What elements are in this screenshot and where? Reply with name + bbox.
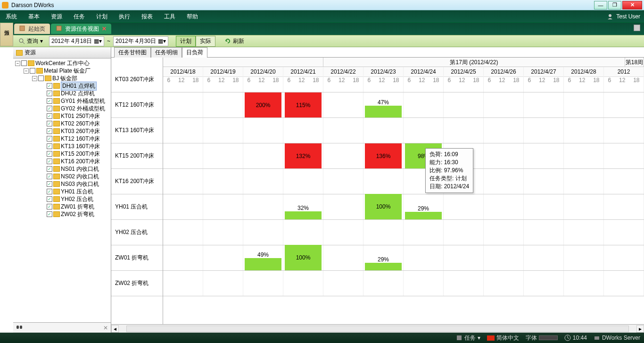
tab-close-icon[interactable]: ✕	[102, 25, 107, 32]
expander-icon[interactable]: −	[32, 76, 37, 81]
calendar-cell[interactable]	[163, 92, 203, 117]
calendar-cell[interactable]	[323, 92, 363, 117]
calendar-cell[interactable]	[163, 143, 203, 168]
view-tab-日负荷[interactable]: 日负荷	[182, 47, 207, 58]
load-bar[interactable]: 100%	[365, 194, 402, 219]
calendar-cell[interactable]	[604, 92, 644, 117]
calendar-cell[interactable]	[484, 220, 524, 245]
tree-node[interactable]: ✓KT02 260T冲床	[14, 120, 110, 127]
calendar-cell[interactable]	[524, 245, 564, 270]
tree-node[interactable]: ✓KT13 160T冲床	[14, 142, 110, 150]
calendar-cell[interactable]	[484, 118, 524, 143]
calendar-cell[interactable]	[444, 220, 484, 245]
load-bar[interactable]: 200%	[245, 92, 281, 117]
view-tab-任务甘特图[interactable]: 任务甘特图	[114, 47, 151, 58]
calendar-cell[interactable]	[404, 245, 444, 270]
load-bar[interactable]: 47%	[365, 106, 402, 117]
resource-row-header[interactable]: KT03 260T冲床	[111, 67, 163, 92]
calendar-cell[interactable]	[163, 271, 203, 296]
menu-帮助[interactable]: 帮助	[181, 10, 204, 23]
load-bar[interactable]: 29%	[405, 212, 442, 219]
tree-node[interactable]: ✓KT15 200T冲床	[14, 150, 110, 158]
calendar-cell[interactable]	[203, 220, 243, 245]
user-indicator[interactable]: Test User	[607, 13, 640, 20]
calendar-cell[interactable]	[484, 194, 524, 219]
checkbox[interactable]: ✓	[47, 143, 52, 149]
tree-node[interactable]: ✓DH01 点焊机	[14, 82, 110, 90]
scroll-left-arrow[interactable]: ◂	[111, 325, 119, 333]
tree-node[interactable]: ✓YH02 压合机	[14, 195, 110, 203]
calendar-cell[interactable]	[323, 118, 363, 143]
calendar-cell[interactable]	[323, 220, 363, 245]
tree-node[interactable]: ✓YH01 压合机	[14, 188, 110, 195]
calendar-cell[interactable]	[363, 271, 404, 296]
checkbox[interactable]: ✓	[47, 128, 52, 134]
calendar-cell[interactable]	[163, 220, 203, 245]
resource-row-header[interactable]: YH02 压合机	[111, 220, 163, 245]
load-bar[interactable]: 136%	[365, 143, 402, 168]
calendar-cell[interactable]	[564, 92, 604, 117]
calendar-cell[interactable]	[484, 67, 524, 92]
calendar-cell[interactable]: 100%	[283, 245, 323, 270]
tree-node[interactable]: ✓NS01 内收口机	[14, 165, 110, 173]
menu-计划[interactable]: 计划	[91, 10, 113, 23]
tree-node[interactable]: −Metal Plate 钣金厂	[14, 67, 110, 75]
checkbox[interactable]	[30, 68, 35, 74]
calendar-cell[interactable]	[203, 92, 243, 117]
tab-起始页[interactable]: 起始页	[14, 24, 50, 34]
calendar-cell[interactable]	[163, 169, 203, 194]
date-from-input[interactable]: 2012年 4月18日 ▦▾	[49, 36, 104, 46]
resource-row-header[interactable]: KT16 200T冲床	[111, 169, 163, 194]
tree-body[interactable]: −WorkCenter 工作中心−Metal Plate 钣金厂−BJ 钣金部✓…	[13, 59, 111, 322]
calendar-cell[interactable]: 32%	[283, 194, 323, 219]
calendar-cell[interactable]	[363, 67, 404, 92]
calendar-cell[interactable]	[564, 220, 604, 245]
calendar-cell[interactable]	[203, 143, 243, 168]
menu-系统[interactable]: 系统	[0, 10, 23, 23]
checkbox[interactable]: ✓	[47, 113, 52, 119]
status-tasks[interactable]: 任务 ▾	[456, 334, 480, 342]
checkbox[interactable]: ✓	[47, 121, 52, 126]
search-button[interactable]: 查询 ▾	[15, 36, 46, 47]
checkbox[interactable]	[38, 75, 44, 81]
calendar-cell[interactable]	[404, 220, 444, 245]
refresh-button[interactable]: 刷新	[221, 36, 248, 47]
calendar-cell[interactable]	[444, 92, 484, 117]
calendar-cell[interactable]: 49%	[243, 245, 283, 270]
calendar-cell[interactable]	[604, 67, 644, 92]
calendar-cell[interactable]	[283, 220, 323, 245]
calendar-cell[interactable]	[604, 271, 644, 296]
calendar-cell[interactable]	[323, 143, 363, 168]
calendar-cell[interactable]	[203, 169, 243, 194]
calendar-cell[interactable]	[243, 271, 283, 296]
calendar-cell[interactable]	[564, 194, 604, 219]
calendar-cell[interactable]	[243, 143, 283, 168]
calendar-cell[interactable]: 29%	[404, 194, 444, 219]
checkbox[interactable]: ✓	[47, 174, 52, 179]
calendar-cell[interactable]	[444, 245, 484, 270]
menu-执行[interactable]: 执行	[113, 10, 136, 23]
calendar-cell[interactable]	[604, 220, 644, 245]
resource-row-header[interactable]: ZW02 折弯机	[111, 271, 163, 296]
checkbox[interactable]: ✓	[47, 166, 52, 172]
expander-icon[interactable]: −	[24, 68, 29, 74]
calendar-cell[interactable]: 136%	[363, 143, 404, 168]
calendar-cell[interactable]: 115%	[283, 92, 323, 117]
load-bar[interactable]: 132%	[285, 143, 322, 168]
calendar-cell[interactable]	[604, 118, 644, 143]
calendar-cell[interactable]	[363, 220, 404, 245]
calendar-cell[interactable]	[444, 67, 484, 92]
checkbox[interactable]: ✓	[47, 151, 52, 157]
calendar-cell[interactable]	[404, 118, 444, 143]
calendar-cell[interactable]	[283, 118, 323, 143]
load-bar[interactable]: 100%	[285, 245, 322, 270]
calendar-cell[interactable]	[484, 245, 524, 270]
segment-actual[interactable]: 实际	[196, 36, 215, 47]
tree-node[interactable]: ✓NS03 内收口机	[14, 180, 110, 188]
load-bar[interactable]: 49%	[245, 258, 281, 270]
calendar-cell[interactable]	[283, 271, 323, 296]
menu-工具[interactable]: 工具	[158, 10, 181, 23]
tree-node[interactable]: ✓KT16 200T冲床	[14, 158, 110, 165]
checkbox[interactable]: ✓	[47, 106, 52, 111]
calendar-cell[interactable]	[564, 169, 604, 194]
